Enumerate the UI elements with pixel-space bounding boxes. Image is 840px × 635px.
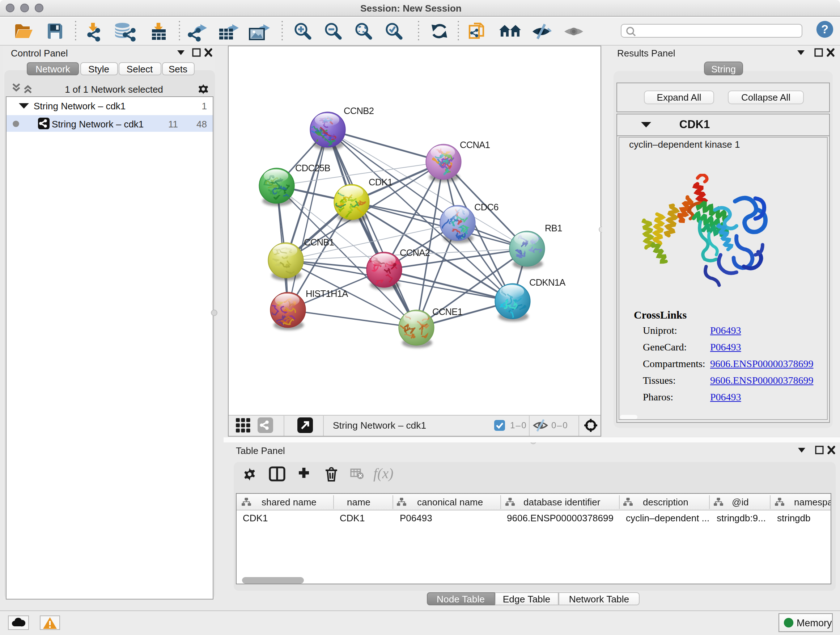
svg-text:CDK1: CDK1 [339, 513, 364, 524]
svg-text:P06493: P06493 [399, 513, 432, 524]
svg-text:f(x): f(x) [373, 466, 393, 481]
svg-text:cyclin–dependent ...: cyclin–dependent ... [625, 513, 709, 524]
svg-text:CCNA1: CCNA1 [459, 140, 489, 150]
svg-text:description: description [643, 497, 688, 508]
svg-text:CCNB1: CCNB1 [303, 237, 333, 247]
svg-text:shared name: shared name [261, 497, 316, 508]
svg-text:CCNB2: CCNB2 [343, 106, 373, 116]
svg-text:name: name [347, 497, 370, 508]
svg-text:CDK1: CDK1 [368, 177, 392, 187]
svg-text:stringdb:9...: stringdb:9... [716, 513, 766, 524]
svg-text:String Network – cdk1: String Network – cdk1 [333, 420, 426, 431]
svg-text:RB1: RB1 [545, 223, 562, 233]
svg-text:stringdb: stringdb [777, 513, 810, 524]
svg-text:@id: @id [731, 497, 748, 508]
svg-text:namespace: namespace [794, 497, 831, 508]
svg-text:CDC6: CDC6 [474, 202, 498, 212]
svg-text:?: ? [821, 22, 829, 36]
svg-text:9606.ENSP00000378699: 9606.ENSP00000378699 [507, 513, 613, 524]
svg-text:0 – 0: 0 – 0 [551, 420, 568, 430]
svg-text:CDKN1A: CDKN1A [529, 277, 565, 287]
svg-text:canonical name: canonical name [417, 497, 483, 508]
svg-text:HIST1H1A: HIST1H1A [305, 288, 348, 299]
svg-text:CDC25B: CDC25B [295, 163, 330, 173]
svg-text:CCNA2: CCNA2 [399, 248, 429, 258]
svg-text:CCNE1: CCNE1 [432, 307, 462, 317]
svg-text:CDK1: CDK1 [242, 513, 267, 524]
svg-text:1 – 0: 1 – 0 [510, 420, 526, 430]
svg-text:database identifier: database identifier [523, 497, 600, 508]
